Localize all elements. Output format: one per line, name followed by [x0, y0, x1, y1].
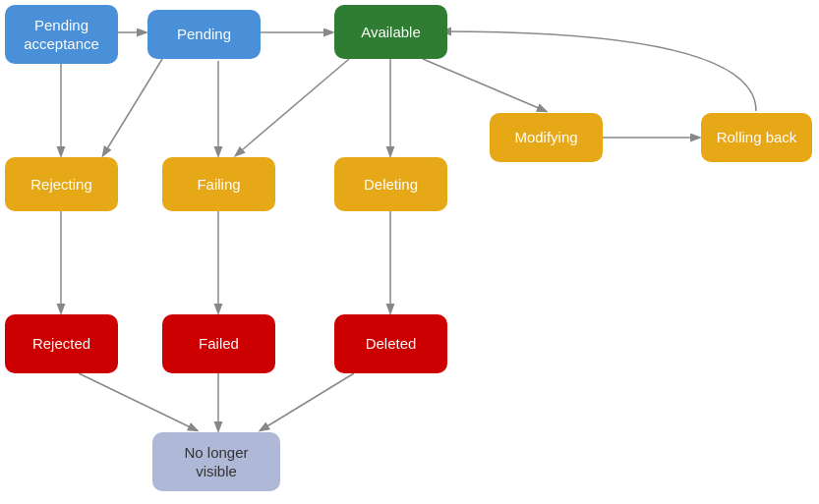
rolling-back-node: Rolling back — [701, 113, 812, 162]
svg-line-8 — [236, 59, 349, 155]
deleting-node: Deleting — [334, 157, 447, 211]
state-diagram: Pendingacceptance Pending Available Modi… — [0, 0, 819, 504]
svg-line-2 — [423, 59, 546, 111]
deleted-node: Deleted — [334, 314, 447, 373]
no-longer-visible-node: No longervisible — [152, 432, 280, 491]
failed-node: Failed — [162, 314, 275, 373]
svg-line-12 — [79, 373, 197, 430]
pending-node: Pending — [147, 10, 261, 59]
arrows-svg — [0, 0, 819, 504]
rejecting-node: Rejecting — [5, 157, 118, 211]
modifying-node: Modifying — [490, 113, 603, 162]
available-node: Available — [334, 5, 447, 59]
svg-line-6 — [103, 59, 162, 155]
failing-node: Failing — [162, 157, 275, 211]
svg-line-14 — [261, 373, 354, 430]
pending-acceptance-node: Pendingacceptance — [5, 5, 118, 64]
rejected-node: Rejected — [5, 314, 118, 373]
